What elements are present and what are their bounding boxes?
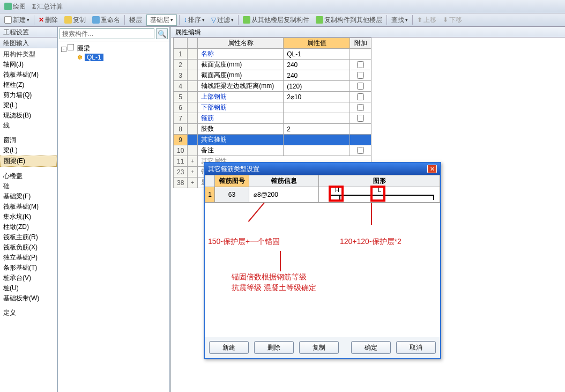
property-row[interactable]: 4轴线距梁左边线距离(mm)(120) [174,81,371,92]
annotation-left: 150-保护层+一个锚固 [208,237,280,247]
col-name: 属性名称 [198,38,284,49]
extra-checkbox[interactable] [357,61,364,68]
property-row[interactable]: 5上部钢筋2⌀10 [174,92,371,102]
floor-label: 楼层 [127,16,144,25]
filter-button[interactable]: ▽过滤 ▾ [209,16,236,25]
menubar-partial: 绘图 Σ 汇总计算 [0,0,565,13]
search-button[interactable]: 🔍 [156,28,168,39]
tree-root[interactable]: 圈梁 [60,43,167,54]
property-row[interactable]: 7箍筋 [174,113,371,124]
property-row[interactable]: 2截面宽度(mm)240 [174,60,371,70]
nav-item[interactable]: 筏板主筋(R) [0,232,57,242]
delete-button[interactable]: ✕ 删除 [36,16,60,25]
annotation-right: 120+120-保护层*2 [340,237,402,247]
dialog-title: 其它箍筋类型设置 [208,165,259,174]
property-row[interactable]: 6下部钢筋 [174,102,371,113]
col-extra: 附加 [350,38,371,49]
group-line[interactable]: 线 [0,121,57,131]
nav-item[interactable]: 条形基础(T) [0,263,57,273]
property-row[interactable]: 3截面高度(mm)240 [174,70,371,81]
nav-item[interactable]: 轴网(J) [0,60,57,70]
row-num: 1 [205,187,215,203]
move-down-button[interactable]: ⬇ 下移 [441,16,464,25]
property-row[interactable]: 8肢数2 [174,124,371,135]
nav-item[interactable]: 桩(U) [0,283,57,293]
dialog-ok-button[interactable]: 确定 [351,341,391,354]
stirrup-shape[interactable]: H L [319,187,440,202]
extra-checkbox[interactable] [357,93,364,100]
tree-item-ql1[interactable]: ✽ QL-1 [60,54,167,61]
toolbar-main: 新建 ▾ ✕ 删除 复制 重命名 楼层 基础层 ▾ ↕排序 ▾ ▽过滤 ▾ 从其… [0,13,565,27]
nav-item[interactable]: 筏板负筋(X) [0,242,57,253]
group-header: 用构件类型 [0,49,57,60]
property-editor-title: 属性编辑 [171,27,565,38]
copy-button[interactable]: 复制 [62,16,88,25]
annotation-note2: 抗震等级 混凝土等级确定 [232,283,316,293]
nav-item[interactable]: 独立基础(P) [0,253,57,263]
annotation-canvas: 150-保护层+一个锚固 120+120-保护层*2 锚固倍数根据钢筋等级 抗震… [205,203,440,337]
component-type-tree: 用构件类型 轴网(J)筏板基础(M)框柱(Z)剪力墙(Q)梁(L)现浇板(B) … [0,48,57,392]
nav-item[interactable]: 柱墩(ZD) [0,222,57,232]
sort-button[interactable]: ↕排序 ▾ [182,16,207,25]
dialog-copy-button[interactable]: 复制 [299,341,339,354]
annotation-note1: 锚固倍数根据钢筋等级 [232,272,307,282]
nav-item[interactable]: 集水坑(K) [0,212,57,222]
extra-checkbox[interactable] [357,147,364,154]
extra-checkbox[interactable] [357,72,364,79]
panel-engineering-settings[interactable]: 工程设置 [0,27,57,38]
stirrup-figure-num[interactable]: 63 [215,187,249,203]
col-value: 属性值 [284,38,350,49]
copy-from-floor-button[interactable]: 从其他楼层复制构件 [241,16,311,25]
nav-item[interactable]: 梁(L) [0,100,57,110]
extra-checkbox[interactable] [357,83,364,90]
group-definition: 定义 [0,308,57,318]
col-stirrup-info: 箍筋信息 [249,175,319,187]
search-input[interactable] [60,28,154,39]
nav-item[interactable]: 基础梁(F) [0,191,57,202]
extra-checkbox[interactable] [357,115,364,122]
move-up-button[interactable]: ⬆ 上移 [415,16,438,25]
group-foundation: 础 [0,181,57,191]
stirrup-info[interactable]: ⌀8@200 [249,187,319,203]
panel-drawing-input[interactable]: 绘图输入 [0,38,57,48]
nav-item[interactable]: 框柱(Z) [0,80,57,90]
annotation-box-L [370,186,385,202]
nav-item[interactable]: 筏板基础(M) [0,70,57,80]
new-button[interactable]: 新建 ▾ [2,16,32,25]
find-button[interactable]: 查找 ▾ [389,16,410,25]
nav-item[interactable]: 梁(L) [0,145,57,156]
dialog-cancel-button[interactable]: 取消 [396,341,436,354]
nav-item[interactable]: 圈梁(E) [0,156,57,167]
property-row[interactable]: 10备注 [174,145,371,156]
nav-item[interactable]: 筏板基础(M) [0,202,57,212]
group-solid-floor: 心楼盖 [0,171,57,181]
nav-item[interactable]: 现浇板(B) [0,110,57,121]
group-window: 窗洞 [0,135,57,145]
nav-item[interactable]: 桩承台(V) [0,273,57,283]
component-tree: 圈梁 ✽ QL-1 [58,41,169,392]
stirrup-grid: 箍筋图号 箍筋信息 图形 1 63 ⌀8@200 H L [205,175,440,203]
nav-item[interactable]: 基础板带(W) [0,293,57,304]
copy-to-floor-button[interactable]: 复制构件到其他楼层 [314,16,384,25]
annotation-box-H [329,186,344,202]
extra-checkbox[interactable] [357,104,364,111]
property-row[interactable]: 9其它箍筋 [174,135,371,145]
property-row[interactable]: 1名称QL-1 [174,49,371,60]
dialog-delete-button[interactable]: 删除 [254,341,294,354]
other-stirrup-dialog: 其它箍筋类型设置 ✕ 箍筋图号 箍筋信息 图形 1 63 ⌀8@200 [204,162,441,359]
nav-item[interactable]: 剪力墙(Q) [0,90,57,100]
dialog-new-button[interactable]: 新建 [209,341,249,354]
floor-select[interactable]: 基础层 ▾ [146,14,177,26]
col-stirrup-num: 箍筋图号 [215,175,249,187]
rename-button[interactable]: 重命名 [90,16,122,25]
close-icon[interactable]: ✕ [427,165,437,173]
